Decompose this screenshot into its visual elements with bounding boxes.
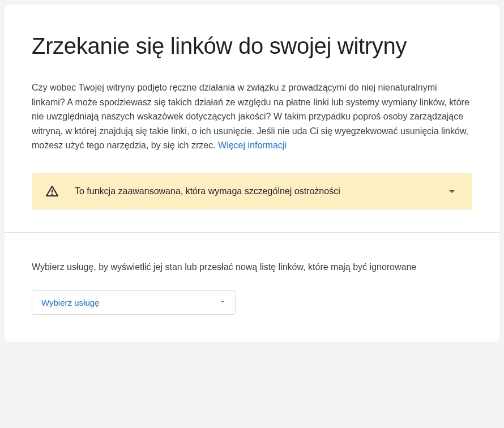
select-service-dropdown[interactable]: Wybierz usługę — [32, 290, 236, 315]
divider — [5, 232, 499, 233]
dropdown-arrow-icon — [219, 298, 226, 307]
svg-point-1 — [52, 194, 53, 194]
main-card: Zrzekanie się linków do swojej witryny C… — [5, 5, 499, 342]
more-info-link[interactable]: Więcej informacji — [218, 140, 287, 150]
warning-text: To funkcja zaawansowana, która wymaga sz… — [75, 186, 429, 196]
select-service-text: Wybierz usługę — [41, 298, 99, 307]
chevron-down-icon — [445, 185, 459, 198]
description-text: Czy wobec Twojej witryny podjęto ręczne … — [32, 80, 472, 153]
warning-icon — [45, 185, 59, 198]
page-title: Zrzekanie się linków do swojej witryny — [32, 32, 472, 60]
warning-banner[interactable]: To funkcja zaawansowana, która wymaga sz… — [32, 173, 472, 209]
select-service-label: Wybierz usługę, by wyświetlić jej stan l… — [32, 260, 472, 275]
